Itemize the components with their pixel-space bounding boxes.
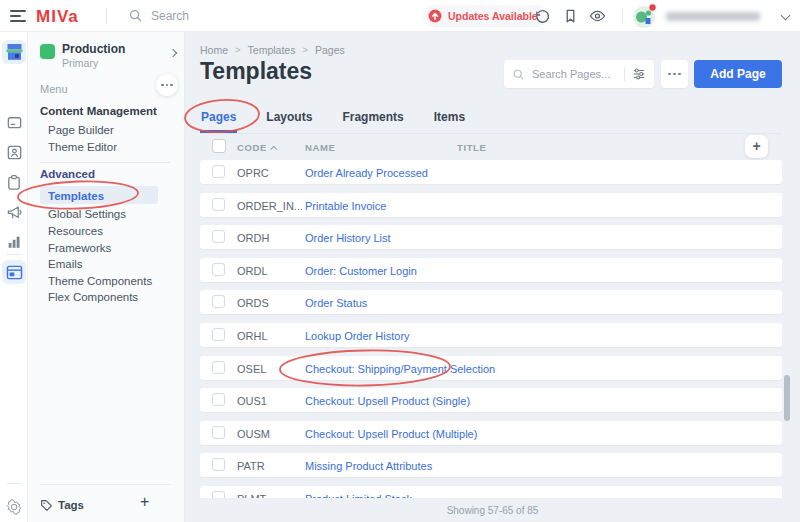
reports-bar-chart-icon[interactable] <box>2 230 26 254</box>
sidebar-item-flex-components[interactable]: Flex Components <box>48 291 138 303</box>
table-row[interactable]: ORHL Lookup Order History <box>200 323 782 347</box>
customers-icon[interactable] <box>2 140 26 164</box>
row-name-link[interactable]: Checkout: Shipping/Payment Selection <box>305 363 495 375</box>
chevron-down-icon[interactable] <box>781 11 791 21</box>
store-name[interactable]: Production <box>62 42 125 56</box>
row-name-link[interactable]: Missing Product Attributes <box>305 460 432 472</box>
more-options-button[interactable] <box>661 60 688 88</box>
select-all-checkbox[interactable] <box>212 139 226 153</box>
column-header-title[interactable]: TITLE <box>457 142 486 153</box>
row-name-link[interactable]: Order Status <box>305 297 367 309</box>
eye-icon[interactable] <box>588 7 606 25</box>
sidebar-item-frameworks[interactable]: Frameworks <box>48 242 111 254</box>
row-name-link[interactable]: Checkout: Upsell Product (Single) <box>305 395 470 407</box>
sidebar-item-resources[interactable]: Resources <box>48 225 103 237</box>
breadcrumb-home[interactable]: Home <box>200 44 228 56</box>
row-code: ORDL <box>237 265 268 277</box>
search-pages-input[interactable]: Search Pages... <box>504 60 654 88</box>
filter-sliders-icon[interactable] <box>632 67 646 81</box>
row-name-link[interactable]: Printable Invoice <box>305 200 386 212</box>
table-row[interactable]: OPRC Order Already Processed <box>200 160 782 184</box>
settings-gear-icon[interactable] <box>2 495 26 519</box>
search-icon <box>512 68 525 81</box>
row-code: ORDH <box>237 232 269 244</box>
table-row[interactable]: ORDS Order Status <box>200 290 782 314</box>
sidebar-item-page-builder[interactable]: Page Builder <box>48 124 114 136</box>
bookmark-icon[interactable] <box>561 7 579 25</box>
store-color-swatch <box>40 44 55 59</box>
row-name-link[interactable]: Order: Customer Login <box>305 265 417 277</box>
divider <box>7 254 21 255</box>
menu-more-options-button[interactable] <box>156 74 178 96</box>
row-code: OPRC <box>237 167 269 179</box>
page-title: Templates <box>200 58 312 85</box>
history-icon[interactable] <box>533 7 551 25</box>
sort-asc-icon <box>270 146 277 153</box>
orders-clipboard-icon[interactable] <box>2 170 26 194</box>
add-tag-button[interactable]: + <box>140 493 149 511</box>
marketing-megaphone-icon[interactable] <box>2 200 26 224</box>
column-header-code[interactable]: CODE <box>237 142 277 153</box>
hamburger-menu-icon[interactable] <box>10 10 26 22</box>
tags-label[interactable]: Tags <box>58 499 84 511</box>
tag-icon <box>40 499 53 512</box>
avatar[interactable] <box>633 4 657 28</box>
miva-logo: MIVa <box>36 7 79 27</box>
add-page-button[interactable]: Add Page <box>694 60 782 88</box>
table-row[interactable]: OUSM Checkout: Upsell Product (Multiple) <box>200 421 782 445</box>
tab-fragments[interactable]: Fragments <box>341 106 404 133</box>
row-checkbox[interactable] <box>212 230 225 243</box>
divider <box>40 162 170 163</box>
row-checkbox[interactable] <box>212 426 225 439</box>
sidebar-item-theme-components[interactable]: Theme Components <box>48 275 152 287</box>
row-checkbox[interactable] <box>212 393 225 406</box>
row-checkbox[interactable] <box>212 263 225 276</box>
divider <box>624 67 625 81</box>
updates-label: Updates Available <box>448 10 538 22</box>
row-checkbox[interactable] <box>212 198 225 211</box>
dashboard-icon[interactable] <box>2 110 26 134</box>
tab-layouts[interactable]: Layouts <box>265 106 313 133</box>
row-checkbox[interactable] <box>212 361 225 374</box>
row-code: PATR <box>237 460 265 472</box>
updates-available-button[interactable]: Updates Available <box>423 5 548 27</box>
row-checkbox[interactable] <box>212 458 225 471</box>
row-name-link[interactable]: Lookup Order History <box>305 330 410 342</box>
sidebar-item-theme-editor[interactable]: Theme Editor <box>48 141 117 153</box>
menu-label: Menu <box>40 83 68 95</box>
vertical-scrollbar[interactable] <box>784 375 790 421</box>
storefront-icon[interactable] <box>2 40 26 64</box>
table-rows: OPRC Order Already Processed ORDER_IN...… <box>200 160 782 519</box>
global-search-input[interactable]: Search <box>128 8 189 23</box>
breadcrumb-templates[interactable]: Templates <box>248 44 296 56</box>
table-row[interactable]: ORDH Order History List <box>200 225 782 249</box>
sidebar-item-templates[interactable]: Templates <box>48 190 104 202</box>
breadcrumb-pages[interactable]: Pages <box>315 44 345 56</box>
row-checkbox[interactable] <box>212 295 225 308</box>
table-header: CODE NAME TITLE + <box>200 134 782 160</box>
table-row[interactable]: PATR Missing Product Attributes <box>200 453 782 477</box>
row-checkbox[interactable] <box>212 165 225 178</box>
row-name-link[interactable]: Order History List <box>305 232 391 244</box>
sidebar-item-global-settings[interactable]: Global Settings <box>48 208 126 220</box>
row-name-link[interactable]: Checkout: Upsell Product (Multiple) <box>305 428 477 440</box>
chevron-right-icon[interactable] <box>169 49 177 57</box>
tags-row: Tags + <box>28 490 185 522</box>
user-email-redacted <box>666 12 760 21</box>
pages-browser-icon[interactable] <box>2 260 26 284</box>
tab-pages[interactable]: Pages <box>200 106 237 133</box>
row-checkbox[interactable] <box>212 328 225 341</box>
table-row[interactable]: OUS1 Checkout: Upsell Product (Single) <box>200 388 782 412</box>
sidebar-item-emails[interactable]: Emails <box>48 258 83 270</box>
table-row[interactable]: ORDL Order: Customer Login <box>200 258 782 282</box>
row-name-link[interactable]: Order Already Processed <box>305 167 428 179</box>
add-column-button[interactable]: + <box>745 135 768 158</box>
row-code: OUSM <box>237 428 270 440</box>
divider <box>40 484 170 485</box>
row-code: OUS1 <box>237 395 267 407</box>
table-row[interactable]: ORDER_IN... Printable Invoice <box>200 193 782 217</box>
column-header-name[interactable]: NAME <box>305 142 335 153</box>
table-row[interactable]: OSEL Checkout: Shipping/Payment Selectio… <box>200 356 782 380</box>
row-code: ORHL <box>237 330 268 342</box>
tab-items[interactable]: Items <box>433 106 466 133</box>
